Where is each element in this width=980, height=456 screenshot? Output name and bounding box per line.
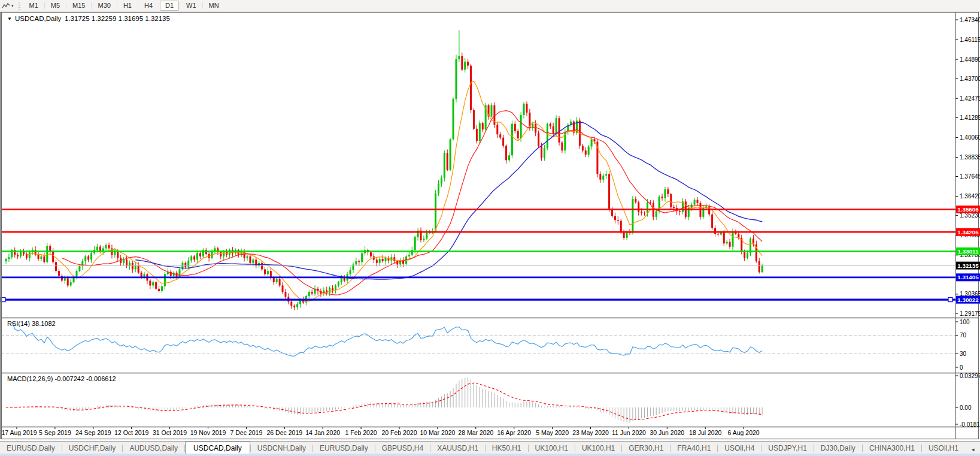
price-badge-1.35606: 1.35606 [956, 206, 980, 213]
chart-window-border [2, 13, 979, 439]
dropdown-caret-icon[interactable]: ▾ [11, 4, 14, 8]
price-badge-1.32135: 1.32135 [956, 262, 980, 270]
bottom-tab-HK50-H1[interactable]: HK50,H1 [486, 443, 528, 454]
bottom-tab-USOil-H1[interactable]: USOil,H1 [922, 443, 965, 454]
bottom-tab-USOil-H4[interactable]: USOil,H4 [718, 443, 761, 454]
price-tick-label: 1.38835 [960, 154, 980, 161]
svg-text:1.30022: 1.30022 [957, 297, 979, 303]
chart-tab-bar: EURUSD,DailyUSDCHF,DailyAUDUSD,DailyUSDC… [0, 441, 980, 454]
date-tick-label: 19 Nov 2019 [190, 429, 226, 436]
bottom-tab-GER30-H1[interactable]: GER30,H1 [622, 443, 670, 454]
price-tick-label: 1.37645 [960, 173, 980, 180]
svg-text:1.33011: 1.33011 [958, 248, 979, 255]
date-tick-label: 14 Jan 2020 [305, 429, 340, 436]
date-tick-label: 6 Aug 2020 [728, 429, 760, 436]
date-tick-label: 5 May 2020 [536, 429, 569, 436]
line-handle[interactable] [948, 298, 952, 302]
macd-signal-line [6, 383, 762, 419]
bottom-tab-UK100-H1[interactable]: UK100,H1 [575, 443, 621, 454]
date-tick-label: 17 Aug 2019 [2, 429, 37, 436]
symbol-label: USDCAD,Daily [15, 15, 61, 22]
date-tick-label: 18 Jul 2020 [689, 429, 721, 436]
open-value: 1.31725 [65, 15, 90, 22]
date-tick-label: 1 Feb 2020 [345, 429, 377, 436]
timeframe-button-M5[interactable]: M5 [45, 1, 65, 11]
date-tick-label: 31 Oct 2019 [153, 429, 187, 436]
bottom-tab-CHINA300-H1[interactable]: CHINA300,H1 [863, 443, 921, 454]
moving-average-20 [62, 111, 762, 295]
rsi-indicator-label: RSI(14) 38.1082 [7, 320, 56, 327]
rsi-scale-label: 70 [960, 332, 967, 339]
bottom-tab-USDCHF-Daily[interactable]: USDCHF,Daily [62, 443, 123, 454]
timeframe-button-H1[interactable]: H1 [118, 1, 137, 11]
rsi-scale-label: 30 [960, 351, 967, 357]
bottom-tab-GBPUSD-H4[interactable]: GBPUSD,H4 [375, 443, 430, 454]
bottom-tab-UK100-H1[interactable]: UK100,H1 [529, 443, 575, 454]
date-tick-label: 16 Apr 2020 [497, 429, 531, 436]
price-tick-label: 1.41285 [960, 114, 980, 121]
price-chart: 1.473401.461151.448901.437001.424751.412… [0, 0, 980, 456]
timeframe-button-W1[interactable]: W1 [181, 1, 202, 11]
timeframe-button-M15[interactable]: M15 [67, 1, 90, 11]
date-tick-label: 28 Mar 2020 [458, 429, 493, 436]
bottom-tab-EURUSD-Daily[interactable]: EURUSD,Daily [313, 443, 375, 454]
bottom-tab-DJ30-Daily[interactable]: DJ30,Daily [814, 443, 862, 454]
tabs-scroll-right-icon[interactable]: ▸ [977, 446, 980, 452]
chart-title: ▼USDCAD,Daily 1.31725 1.32259 1.31695 1.… [7, 15, 170, 22]
svg-text:1.32135: 1.32135 [957, 262, 979, 269]
price-tick-label: 1.36420 [960, 193, 980, 200]
svg-text:1.35606: 1.35606 [957, 206, 979, 213]
bottom-tab-FRA40-H1[interactable]: FRA40,H1 [670, 443, 717, 454]
toolbar-grip[interactable] [19, 2, 20, 10]
bottom-tab-USDJPY-H1[interactable]: USDJPY,H1 [761, 443, 813, 454]
price-badge-1.31405: 1.31405 [956, 273, 980, 281]
status-strip [0, 454, 980, 456]
tabs-scroll-left-icon[interactable]: ◂ [969, 446, 978, 452]
bottom-tab-EURUSD-Daily[interactable]: EURUSD,Daily [0, 443, 62, 454]
rsi-line [12, 322, 762, 356]
macd-scale-label: 0.00 [960, 404, 972, 411]
time-axis[interactable]: 17 Aug 20195 Sep 201924 Sep 201912 Oct 2… [2, 427, 760, 436]
close-value: 1.32135 [145, 15, 170, 22]
bottom-tab-AUDUSD-Daily[interactable]: AUDUSD,Daily [123, 443, 184, 454]
price-tick-label: 1.42475 [960, 95, 980, 102]
price-tick-label: 1.44890 [960, 56, 980, 63]
high-value: 1.32259 [92, 15, 117, 22]
macd-scale-label: -0.018154 [960, 421, 980, 428]
timeframe-button-M1[interactable]: M1 [24, 1, 44, 11]
date-tick-label: 20 Feb 2020 [382, 429, 417, 436]
date-tick-label: 23 May 2020 [572, 429, 609, 436]
symbol-dropdown-icon[interactable]: ▼ [7, 16, 12, 22]
price-tick-label: 1.47340 [960, 17, 980, 23]
date-tick-label: 26 Dec 2019 [267, 429, 303, 436]
svg-text:1.31405: 1.31405 [957, 274, 979, 280]
price-badge-1.33011: 1.33011 [956, 247, 980, 255]
price-badge-1.30022: 1.30022 [956, 296, 980, 304]
rsi-scale-label: 0 [960, 364, 963, 371]
date-tick-label: 5 Sep 2019 [39, 429, 71, 436]
timeframe-button-H4[interactable]: H4 [139, 1, 158, 11]
bottom-tab-USDCNH-Daily[interactable]: USDCNH,Daily [251, 443, 312, 454]
chart-tools-button[interactable]: ▾ [0, 2, 16, 10]
bottom-tab-XAUUSD-H1[interactable]: XAUUSD,H1 [430, 443, 485, 454]
timeframe-button-MN[interactable]: MN [204, 1, 224, 11]
price-tick-label: 1.43700 [960, 76, 980, 82]
price-tick-label: 1.29175 [960, 310, 980, 317]
price-axis[interactable]: 1.473401.461151.448901.437001.424751.412… [955, 17, 980, 317]
timeframe-button-M30[interactable]: M30 [92, 1, 116, 11]
price-tick-label: 1.40060 [960, 134, 980, 141]
price-badge-1.34206: 1.34206 [956, 228, 980, 236]
rsi-scale-label: 100 [960, 319, 970, 325]
timeframe-button-D1[interactable]: D1 [160, 1, 179, 11]
horizontal-line-1.30022[interactable] [1, 298, 955, 302]
macd-scale-label: 0.032972 [960, 373, 980, 379]
low-value: 1.31695 [119, 15, 144, 22]
macd-histogram [6, 378, 762, 423]
date-tick-label: 11 Jun 2020 [612, 429, 646, 436]
date-tick-label: 7 Dec 2019 [230, 429, 263, 436]
svg-text:1.34206: 1.34206 [957, 229, 979, 235]
chart-line-icon [2, 2, 10, 10]
date-tick-label: 30 Jun 2020 [650, 429, 684, 436]
bottom-tab-USDCAD-Daily[interactable]: USDCAD,Daily [185, 442, 250, 455]
date-tick-label: 12 Oct 2019 [114, 429, 148, 436]
